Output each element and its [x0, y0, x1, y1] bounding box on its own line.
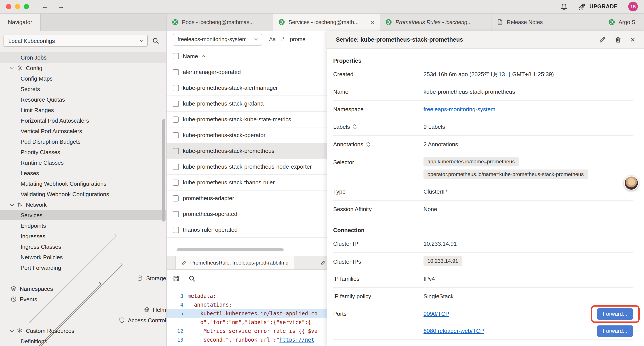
- row-checkbox[interactable]: [173, 227, 179, 233]
- sidebar-item-label: Events: [20, 296, 37, 303]
- sidebar-item-priority-classes[interactable]: Priority Classes: [0, 147, 166, 157]
- forward-button[interactable]: Forward...: [597, 325, 633, 337]
- row-checkbox[interactable]: [173, 100, 179, 107]
- back-button[interactable]: ←: [38, 3, 52, 10]
- row-checkbox[interactable]: [173, 211, 179, 217]
- sidebar-item-pod-disruption-budgets[interactable]: Pod Disruption Budgets: [0, 136, 166, 147]
- sidebar-item-network[interactable]: Network: [0, 199, 166, 210]
- chevron-down-icon[interactable]: [10, 328, 14, 332]
- user-avatar[interactable]: [624, 176, 639, 191]
- table-row[interactable]: prometheus-adapter: [166, 191, 326, 206]
- editor-tab-prometheus-rules-icecheng[interactable]: Prometheus Rules - icecheng...: [380, 13, 492, 31]
- sidebar-item-cron-jobs[interactable]: Cron Jobs: [0, 52, 166, 63]
- sidebar-item-secrets[interactable]: Secrets: [0, 84, 166, 94]
- sidebar-item-label: Ingress Classes: [20, 243, 61, 250]
- save-icon[interactable]: [173, 275, 180, 282]
- sidebar-item-horizontal-pod-autoscalers[interactable]: Horizontal Pod Autoscalers: [0, 115, 166, 126]
- row-checkbox[interactable]: [173, 195, 179, 201]
- column-header-name[interactable]: Name: [183, 53, 198, 59]
- forward-button[interactable]: Forward...: [597, 308, 633, 320]
- badge: app.kubernetes.io/name=prometheus: [424, 157, 518, 166]
- notification-count-badge[interactable]: 15: [628, 2, 638, 11]
- yaml-editor[interactable]: 3metadata:4 annotations:5 kubectl.kubern…: [166, 287, 326, 346]
- table-row[interactable]: kube-prometheus-stack-prometheus-node-ex…: [166, 159, 326, 175]
- chevron-down-icon[interactable]: [10, 65, 14, 69]
- sidebar-item-endpoints[interactable]: Endpoints: [0, 220, 166, 231]
- notifications-bell-icon[interactable]: [560, 3, 568, 10]
- editor-tab-pods-icecheng-mathmas[interactable]: Pods - icecheng@mathmas...: [166, 13, 273, 31]
- code-text: annotations:: [188, 302, 232, 308]
- namespace-select[interactable]: freeleaps-monitoring-system: [173, 33, 262, 45]
- forward-button[interactable]: →: [54, 3, 68, 10]
- sidebar-item-config-maps[interactable]: Config Maps: [0, 73, 166, 84]
- row-checkbox[interactable]: [173, 69, 179, 75]
- sidebar-item-leases[interactable]: Leases: [0, 168, 166, 178]
- chevron-down-icon[interactable]: [10, 202, 14, 206]
- row-checkbox[interactable]: [173, 132, 179, 138]
- match-case-toggle[interactable]: Aa: [269, 36, 276, 42]
- sidebar-item-custom-resources[interactable]: Custom Resources: [0, 326, 166, 336]
- table-row[interactable]: kube-prometheus-stack-kube-state-metrics: [166, 112, 326, 127]
- sidebar-item-resource-quotas[interactable]: Resource Quotas: [0, 94, 166, 105]
- row-checkbox[interactable]: [173, 148, 179, 154]
- sidebar-item-ingresses[interactable]: Ingresses: [0, 231, 166, 241]
- port-link[interactable]: 8080:reloader-web/TCP: [424, 328, 484, 334]
- expand-toggle-icon[interactable]: [367, 142, 369, 146]
- dock-tab-partial[interactable]: [315, 256, 326, 269]
- table-row[interactable]: alertmanager-operated: [166, 64, 326, 80]
- editor-tab-services-icecheng-math[interactable]: Services - icecheng@math...×: [273, 13, 380, 31]
- editor-tab-argo-s[interactable]: Argo S: [603, 13, 644, 31]
- sidebar-item-definitions[interactable]: Definitions: [0, 336, 166, 346]
- row-checkbox[interactable]: [173, 179, 179, 185]
- table-row[interactable]: kube-prometheus-stack-prometheus: [166, 143, 326, 159]
- sidebar-item-helm[interactable]: Helm: [0, 304, 166, 315]
- scrollbar-thumb[interactable]: [177, 248, 284, 251]
- detail-row-name: Namekube-prometheus-stack-prometheus: [333, 83, 633, 101]
- scrollbar-thumb[interactable]: [162, 119, 165, 222]
- delete-resource-icon[interactable]: [615, 36, 622, 43]
- sidebar-item-namespaces[interactable]: Namespaces: [0, 283, 166, 294]
- close-panel-icon[interactable]: ×: [630, 35, 635, 44]
- table-row[interactable]: kube-prometheus-stack-operator: [166, 127, 326, 143]
- dock-tab-prometheusrule[interactable]: PrometheusRule: freeleaps-prod-rabbitmq: [175, 256, 294, 269]
- sidebar-search-icon[interactable]: [152, 37, 159, 44]
- sidebar-item-config[interactable]: Config: [0, 63, 166, 73]
- sidebar-item-ingress-classes[interactable]: Ingress Classes: [0, 241, 166, 252]
- table-row[interactable]: thanos-ruler-operated: [166, 222, 326, 238]
- sidebar-item-label: Pod Disruption Budgets: [20, 138, 80, 145]
- service-name: thanos-ruler-operated: [183, 226, 238, 233]
- row-checkbox[interactable]: [173, 164, 179, 170]
- table-row[interactable]: kube-prometheus-stack-thanos-ruler: [166, 175, 326, 191]
- sidebar-item-validating-webhook-configurations[interactable]: Validating Webhook Configurations: [0, 189, 166, 199]
- sidebar-item-limit-ranges[interactable]: Limit Ranges: [0, 105, 166, 115]
- table-row[interactable]: kube-prometheus-stack-alertmanager: [166, 80, 326, 96]
- close-window-button[interactable]: [6, 4, 12, 9]
- select-all-checkbox[interactable]: [173, 53, 179, 59]
- row-checkbox[interactable]: [173, 116, 179, 122]
- editor-tab-release-notes[interactable]: Release Notes: [492, 13, 603, 31]
- sidebar-scrollbar[interactable]: [162, 13, 165, 346]
- search-input[interactable]: prome: [290, 36, 306, 42]
- upgrade-button[interactable]: UPGRADE: [578, 3, 618, 10]
- sidebar-item-runtime-classes[interactable]: Runtime Classes: [0, 157, 166, 168]
- minimize-window-button[interactable]: [15, 4, 20, 9]
- sidebar-item-mutating-webhook-configurations[interactable]: Mutating Webhook Configurations: [0, 178, 166, 189]
- table-row[interactable]: kube-prometheus-stack-grafana: [166, 96, 326, 112]
- kubeconfig-select[interactable]: Local Kubeconfigs: [4, 34, 148, 47]
- tab-close-icon[interactable]: ×: [370, 18, 374, 26]
- port-link[interactable]: 9090/TCP: [424, 311, 449, 317]
- sidebar-item-access-control[interactable]: Access Control: [0, 315, 166, 326]
- regex-toggle[interactable]: .*: [281, 36, 285, 42]
- sidebar-item-services[interactable]: Services: [0, 210, 166, 220]
- expand-toggle-icon[interactable]: [354, 125, 356, 129]
- edit-resource-icon[interactable]: [599, 36, 606, 43]
- editor-search-icon[interactable]: [188, 275, 196, 282]
- namespace-link[interactable]: freeleaps-monitoring-system: [424, 106, 496, 113]
- sidebar-item-storage[interactable]: Storage: [0, 273, 166, 283]
- sidebar-item-vertical-pod-autoscalers[interactable]: Vertical Pod Autoscalers: [0, 126, 166, 136]
- table-row[interactable]: prometheus-operated: [166, 206, 326, 222]
- row-checkbox[interactable]: [173, 85, 179, 91]
- sidebar-item-network-policies[interactable]: Network Policies: [0, 252, 166, 262]
- maximize-window-button[interactable]: [24, 4, 29, 9]
- table-horizontal-scrollbar[interactable]: [166, 248, 326, 252]
